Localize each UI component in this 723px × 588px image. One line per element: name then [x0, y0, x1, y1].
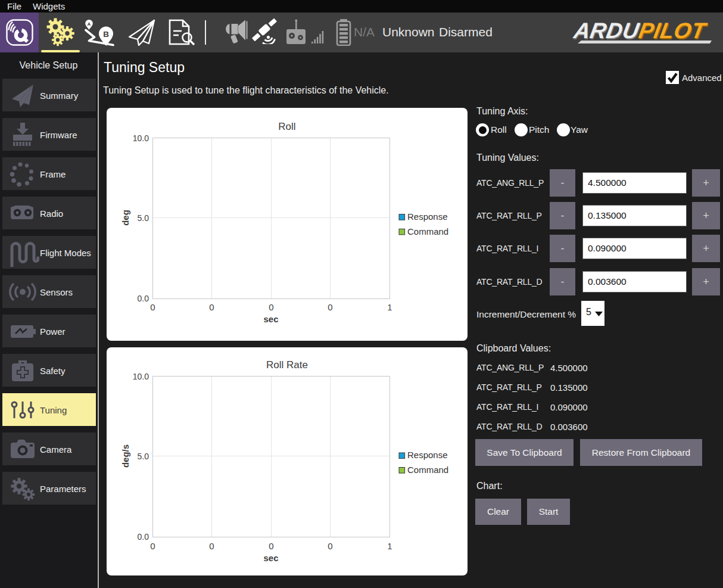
svg-text:0: 0: [269, 541, 273, 551]
svg-text:0: 0: [328, 302, 332, 312]
svg-text:10.0: 10.0: [133, 133, 149, 143]
svg-text:0: 0: [328, 541, 332, 551]
svg-text:0: 0: [269, 302, 273, 312]
svg-text:Response: Response: [407, 450, 448, 460]
svg-text:deg/s: deg/s: [120, 444, 130, 468]
svg-text:deg: deg: [120, 210, 130, 226]
svg-text:0.0: 0.0: [138, 532, 149, 542]
svg-text:0: 0: [209, 541, 214, 551]
svg-text:A: A: [88, 21, 91, 27]
svg-text:1: 1: [387, 302, 392, 312]
svg-text:sec: sec: [263, 314, 278, 324]
svg-text:Response: Response: [407, 211, 448, 222]
svg-text:5.0: 5.0: [138, 213, 149, 223]
svg-text:0: 0: [150, 302, 155, 312]
svg-text:Roll Rate: Roll Rate: [266, 359, 308, 371]
svg-text:Command: Command: [407, 465, 448, 475]
svg-text:0.0: 0.0: [138, 294, 149, 303]
svg-text:Command: Command: [407, 226, 448, 237]
svg-text:Roll: Roll: [278, 121, 295, 132]
svg-text:sec: sec: [263, 553, 278, 563]
svg-text:0: 0: [150, 541, 155, 551]
svg-text:10.0: 10.0: [133, 372, 149, 381]
svg-text:1: 1: [387, 541, 392, 551]
svg-text:0: 0: [209, 302, 214, 312]
svg-text:B: B: [103, 30, 109, 39]
svg-text:5.0: 5.0: [138, 452, 149, 461]
